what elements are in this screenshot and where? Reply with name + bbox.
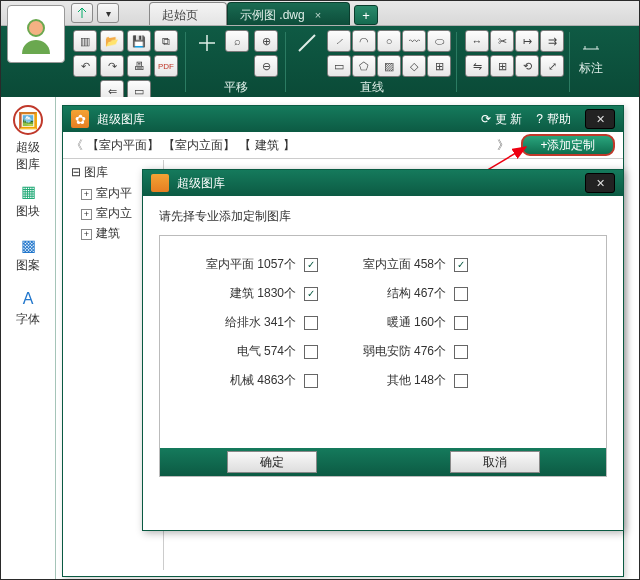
checkbox-icon[interactable] xyxy=(454,258,468,272)
zoom-in-icon[interactable]: ⊕ xyxy=(254,30,278,52)
mirror-icon[interactable]: ⇋ xyxy=(465,55,489,77)
pline-icon[interactable]: ⟋ xyxy=(327,30,351,52)
ellipse-icon[interactable]: ⬭ xyxy=(427,30,451,52)
option-9[interactable]: 其他 148个 xyxy=(318,372,468,389)
zoom-out-icon[interactable]: ⊖ xyxy=(254,55,278,77)
checkbox-icon[interactable] xyxy=(454,345,468,359)
bc-end-icon[interactable]: 》 xyxy=(497,137,509,154)
sidebar-item-library[interactable]: 🖼️ xyxy=(13,105,43,135)
poly-icon[interactable]: ⬠ xyxy=(352,55,376,77)
scale-icon[interactable]: ⤢ xyxy=(540,55,564,77)
sidebar-item-block[interactable]: ▦ 图块 xyxy=(13,177,43,223)
option-label: 结构 467个 xyxy=(387,285,446,302)
option-0[interactable]: 室内平面 1057个 xyxy=(168,256,318,273)
ok-button[interactable]: 确定 xyxy=(227,451,317,473)
array-icon[interactable]: ⊞ xyxy=(490,55,514,77)
option-8[interactable]: 机械 4863个 xyxy=(168,372,318,389)
app-window: ▾ 起始页 示例图 .dwg× + ▥ 📂 💾 ⧉ ↶ ↷ 🖶 PDF ⇐ xyxy=(0,0,640,580)
option-label: 暖通 160个 xyxy=(387,314,446,331)
ribbon-annot-group: 标注 xyxy=(570,26,612,98)
new-icon[interactable]: ▥ xyxy=(73,30,97,52)
arc-icon[interactable]: ◠ xyxy=(352,30,376,52)
checkbox-icon[interactable] xyxy=(304,316,318,330)
rotate-icon[interactable]: ⟲ xyxy=(515,55,539,77)
zoom-window-icon[interactable]: ⌕ xyxy=(225,30,249,52)
workspace: 🖼️ 超级 图库 ▦ 图块 ▩ 图案 A 字体 ✿ 超级图库 xyxy=(1,97,639,579)
library-panel-header: ✿ 超级图库 ⟳更 新 ?帮助 ✕ xyxy=(63,106,623,132)
checkbox-icon[interactable] xyxy=(454,316,468,330)
offset-icon[interactable]: ⇉ xyxy=(540,30,564,52)
qa-btn-1[interactable] xyxy=(71,3,93,23)
circle-icon[interactable]: ○ xyxy=(377,30,401,52)
dialog-body: 请先择专业添加定制图库 室内平面 1057个室内立面 458个建筑 1830个结… xyxy=(143,196,623,489)
customize-dialog: 超级图库 ✕ 请先择专业添加定制图库 室内平面 1057个室内立面 458个建筑… xyxy=(142,169,624,531)
pdf-icon[interactable]: PDF xyxy=(154,55,178,77)
user-avatar[interactable] xyxy=(7,5,65,63)
option-label: 建筑 1830个 xyxy=(230,285,296,302)
bc-start-icon[interactable]: 《 xyxy=(71,137,83,154)
svg-line-1 xyxy=(299,35,315,51)
qa-dropdown[interactable]: ▾ xyxy=(97,3,119,23)
option-3[interactable]: 结构 467个 xyxy=(318,285,468,302)
option-2[interactable]: 建筑 1830个 xyxy=(168,285,318,302)
tab-start-label: 起始页 xyxy=(162,7,198,24)
open-icon[interactable]: 📂 xyxy=(100,30,124,52)
saveall-icon[interactable]: ⧉ xyxy=(154,30,178,52)
option-1[interactable]: 室内立面 458个 xyxy=(318,256,468,273)
save-icon[interactable]: 💾 xyxy=(127,30,151,52)
sidebar-item-font[interactable]: A 字体 xyxy=(13,285,43,331)
sidebar-item-pattern[interactable]: ▩ 图案 xyxy=(13,231,43,277)
extend-icon[interactable]: ↦ xyxy=(515,30,539,52)
bc-item-2[interactable]: 【室内立面】 xyxy=(163,137,235,154)
option-5[interactable]: 暖通 160个 xyxy=(318,314,468,331)
redo-icon[interactable]: ↷ xyxy=(100,55,124,77)
pattern-icon: ▩ xyxy=(17,234,39,256)
checkbox-icon[interactable] xyxy=(304,258,318,272)
tab-add[interactable]: + xyxy=(354,5,378,25)
rect-icon[interactable]: ▭ xyxy=(327,55,351,77)
option-6[interactable]: 电气 574个 xyxy=(168,343,318,360)
help-label: 帮助 xyxy=(547,111,571,128)
option-7[interactable]: 弱电安防 476个 xyxy=(318,343,468,360)
d1-icon[interactable]: ◇ xyxy=(402,55,426,77)
sidebar-label-block: 图块 xyxy=(16,203,40,220)
dialog-close-button[interactable]: ✕ xyxy=(585,173,615,193)
tab-start[interactable]: 起始页 xyxy=(149,2,227,25)
dialog-prompt: 请先择专业添加定制图库 xyxy=(159,208,607,225)
bc-item-3[interactable]: 建筑 xyxy=(255,137,279,154)
checkbox-icon[interactable] xyxy=(304,345,318,359)
refresh-label: 更 新 xyxy=(495,111,522,128)
line-icon[interactable] xyxy=(294,30,320,56)
checkbox-icon[interactable] xyxy=(454,374,468,388)
font-icon: A xyxy=(17,288,39,310)
option-4[interactable]: 给排水 341个 xyxy=(168,314,318,331)
checkbox-icon[interactable] xyxy=(304,287,318,301)
library-icon: 🖼️ xyxy=(17,109,39,131)
hatch-icon[interactable]: ▨ xyxy=(377,55,401,77)
ribbon-file-group: ▥ 📂 💾 ⧉ ↶ ↷ 🖶 PDF ⇐ ▭ xyxy=(65,26,186,98)
library-panel-title: 超级图库 xyxy=(97,111,145,128)
checkbox-icon[interactable] xyxy=(454,287,468,301)
trim-icon[interactable]: ✂ xyxy=(490,30,514,52)
d2-icon[interactable]: ⊞ xyxy=(427,55,451,77)
panel-close-button[interactable]: ✕ xyxy=(585,109,615,129)
sidebar-label-library: 超级 图库 xyxy=(16,139,40,173)
annot-icon[interactable] xyxy=(578,30,604,56)
tab-close-icon[interactable]: × xyxy=(315,9,321,21)
move-icon[interactable]: ↔ xyxy=(465,30,489,52)
pan-icon[interactable] xyxy=(194,30,220,56)
dialog-header: 超级图库 ✕ xyxy=(143,170,623,196)
cancel-button[interactable]: 取消 xyxy=(450,451,540,473)
print-icon[interactable]: 🖶 xyxy=(127,55,151,77)
spline-icon[interactable]: 〰 xyxy=(402,30,426,52)
tab-file[interactable]: 示例图 .dwg× xyxy=(227,2,350,25)
bc-item-3c: 】 xyxy=(283,137,295,154)
help-icon: ? xyxy=(536,112,543,126)
undo-icon[interactable]: ↶ xyxy=(73,55,97,77)
checkbox-icon[interactable] xyxy=(304,374,318,388)
help-button[interactable]: ?帮助 xyxy=(536,111,571,128)
bc-item-1[interactable]: 【室内平面】 xyxy=(87,137,159,154)
add-custom-button[interactable]: +添加定制 xyxy=(521,134,615,156)
ribbon: ▥ 📂 💾 ⧉ ↶ ↷ 🖶 PDF ⇐ ▭ ⌕ xyxy=(1,26,639,99)
refresh-button[interactable]: ⟳更 新 xyxy=(481,111,522,128)
